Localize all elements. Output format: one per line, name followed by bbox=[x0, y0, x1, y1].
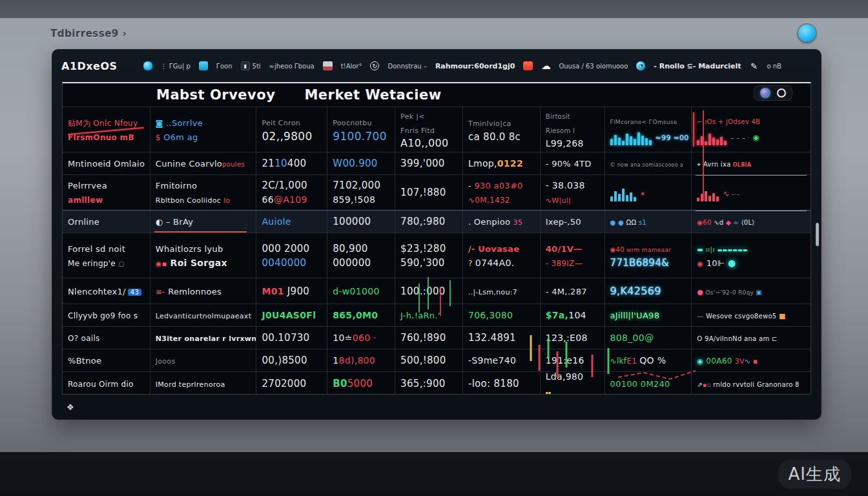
window-footer: ❖ bbox=[52, 395, 821, 419]
menu-item-3[interactable]: Гoon bbox=[216, 63, 232, 70]
menu-item-6[interactable] bbox=[323, 61, 333, 70]
cell-r2-c2: Cunine Coarvlopoules bbox=[150, 152, 256, 174]
cell-r8-c5: 760,!890 bbox=[395, 327, 462, 349]
window-footer-icon[interactable]: ❖ bbox=[67, 402, 74, 412]
cell-r6-c5: 100.:000 bbox=[395, 278, 462, 304]
menu-item-label: Гoon bbox=[216, 63, 232, 70]
cell-r6-c1[interactable]: Nlencohtex1/43 bbox=[63, 278, 150, 304]
watermark-badge: AI生成 bbox=[778, 460, 851, 489]
menu-item-1[interactable]: ⋮ ГGu| p bbox=[161, 63, 191, 70]
menu-item-label: Ouusa / 63 oiomuooo bbox=[559, 63, 628, 70]
cell-r6-c3: M01 J900 bbox=[256, 278, 327, 304]
table-title-2: Merket Wetaciew bbox=[304, 87, 441, 103]
cell-r9-c3: 00,)8500 bbox=[256, 349, 327, 371]
table-controls bbox=[754, 85, 792, 101]
cell-r10-c7: Lda,980▪▪ bbox=[540, 372, 604, 395]
table-row-2: Mntinoeid OmlaioCunine Coarvlopoules2110… bbox=[63, 152, 811, 174]
cell-r5-c7: 40/1V—- 389IZ— bbox=[540, 233, 604, 278]
menu-item-5[interactable]: ≈jheoo Гboua bbox=[269, 63, 315, 70]
cell-r8-c2: N3iter onarelar r lvrxwnsd bbox=[150, 327, 256, 349]
cell-r9-c2: Jooos bbox=[150, 349, 256, 371]
cell-r9-c6: -S9me740 bbox=[462, 349, 540, 371]
mini-bar-chart bbox=[610, 127, 652, 145]
cell-r10-c2: IMord teprlrenoroa bbox=[150, 372, 256, 395]
status-dot-icon[interactable] bbox=[798, 25, 816, 42]
cell-r7-c3: J0U4AS0Fl bbox=[256, 304, 327, 326]
cell-r6-c6: ..|-Lsm,nou:7 bbox=[462, 278, 540, 304]
cell-r9-c4: 18d),800 bbox=[327, 349, 395, 371]
cell-r1-c8: FlMcorane< ГOmsuse≈99 ≈00 bbox=[604, 107, 692, 152]
cell-r5-c6: /- Uovasae? 0744A0. bbox=[462, 233, 540, 278]
cell-r6-c7: - 4M,.287 bbox=[540, 278, 604, 304]
table-row-6: Nlencohtex1/43≡- RemlonnoesM01 J900d-w01… bbox=[63, 278, 811, 304]
menu-item-7[interactable]: t!Alor° bbox=[341, 63, 362, 70]
menu-item-16[interactable]: ✎ bbox=[749, 61, 758, 70]
cell-r2-c5: 399,'000 bbox=[395, 152, 462, 174]
record-circle-icon[interactable] bbox=[777, 88, 786, 98]
menu-item-10[interactable]: Rahmour:60ord1gj0 bbox=[435, 62, 515, 70]
table-row-5: Forrel sd noitMe eringp'e ▢Whaitlozrs ly… bbox=[63, 232, 811, 278]
table-titles: Mabst OrvevoyMerket Wetaciew bbox=[63, 83, 811, 107]
cell-r5-c2: Whaitlozrs lyub◉▪ Roi Sorgax bbox=[150, 233, 256, 278]
cell-r1-c7: BirtositRiesom lL99,268 bbox=[540, 107, 604, 152]
cell-r9-c1[interactable]: %Btnoe bbox=[63, 349, 150, 371]
cell-r7-c6: 706,3080 bbox=[462, 304, 540, 326]
menu-item-8[interactable]: ↻ bbox=[370, 61, 379, 70]
cell-r3-c1[interactable]: Pelrrrveaamlllew bbox=[63, 175, 150, 210]
menu-item-label: 5ti bbox=[253, 63, 261, 70]
cell-r2-c7: - 90% 4TD bbox=[540, 152, 604, 174]
cell-r2-c9: ⌖ Avrn ixa OLBIA bbox=[691, 152, 811, 174]
page-title: Tdbirresse9 › bbox=[50, 28, 127, 39]
cell-r3-c7: - 38.038∿W|ul| bbox=[540, 175, 604, 210]
circle-cyan-icon bbox=[143, 61, 152, 70]
cell-r8-c1[interactable]: O? oails bbox=[63, 327, 150, 349]
cell-r4-c4: 100000 bbox=[327, 211, 395, 232]
globe-cyan-icon: ◔ bbox=[636, 61, 645, 70]
cell-r8-c7: 123,:E08 bbox=[540, 327, 604, 349]
cell-r1-c3: Peit Cnron02,,9800 bbox=[256, 107, 327, 152]
menu-item-15[interactable]: - Rnollo ⊆- Madurcielt bbox=[654, 62, 741, 70]
cell-r10-c8: 00100 0M240 bbox=[604, 372, 692, 395]
cell-r7-c5: J-h,!aRn.' bbox=[395, 304, 462, 326]
table-row-8: O? oailsN3iter onarelar r lvrxwnsd00.107… bbox=[63, 326, 811, 349]
cell-r7-c2: Ledvanticurtnolmupaeaxt bbox=[150, 304, 256, 326]
cell-r4-c6: . Oenpioo 35 bbox=[462, 211, 540, 232]
cell-r4-c8: ● ● ΩΩ s1 bbox=[604, 211, 692, 232]
cell-r6-c2: ≡- Remlonnoes bbox=[150, 278, 256, 304]
menu-item-label: Rahmour:60ord1gj0 bbox=[435, 62, 515, 70]
app-logo: A1DxeOS bbox=[61, 60, 118, 72]
mini-bar-chart bbox=[697, 183, 719, 202]
menu-item-2[interactable] bbox=[199, 61, 208, 70]
cell-r4-c1[interactable]: Ornline bbox=[63, 211, 150, 232]
cell-r7-c7: $7a,104 bbox=[540, 304, 604, 326]
menu-item-11[interactable] bbox=[523, 61, 533, 70]
cell-r10-c1[interactable]: Roarou Oirm dio bbox=[63, 372, 150, 395]
menu-item-label: Donnstrau – bbox=[388, 63, 426, 70]
menu-item-12[interactable]: ☁ bbox=[541, 61, 550, 70]
menu-item-17[interactable]: o nB bbox=[767, 63, 781, 70]
box-red-gray-icon bbox=[323, 61, 333, 70]
cell-r2-c1[interactable]: Mntinoeid Omlaio bbox=[63, 152, 150, 174]
globe-icon[interactable] bbox=[760, 88, 770, 98]
cell-r2-c3: 2110400 bbox=[256, 152, 327, 174]
menu-item-4[interactable]: ▮5ti bbox=[241, 61, 261, 70]
menu-item-13[interactable]: Ouusa / 63 oiomuooo bbox=[559, 63, 628, 70]
menu-bar: ⋮ ГGu| pГoon▮5ti≈jheoo Гbouat!Alor°↻Donn… bbox=[143, 61, 812, 70]
menu-item-label: o nB bbox=[767, 63, 781, 70]
cell-r5-c4: 80,900000000 bbox=[327, 233, 395, 278]
cell-r2-c6: Lmop,0122 bbox=[462, 152, 540, 174]
cell-r7-c1[interactable]: Cllyyvb go9 foo s bbox=[63, 304, 150, 326]
menu-item-9[interactable]: Donnstrau – bbox=[388, 63, 426, 70]
menu-item-0[interactable] bbox=[143, 61, 152, 70]
mini-bar-chart bbox=[610, 183, 636, 202]
cell-r1-c1[interactable]: 贴M为 Onlc NfouyFlrsmOnuo mB bbox=[63, 107, 150, 152]
menu-item-14[interactable]: ◔ bbox=[636, 61, 645, 70]
cell-r8-c6: 132.4891 bbox=[462, 327, 540, 349]
mini-bar-chart bbox=[697, 127, 727, 145]
table-row-10: Roarou Oirm dioIMord teprlrenoroa2702000… bbox=[63, 371, 811, 395]
cell-r4-c9: ◉60 ∿d ◆ ≈ ⟨0L⟩ bbox=[691, 211, 811, 232]
cell-r5-c1[interactable]: Forrel sd noitMe eringp'e ▢ bbox=[63, 233, 150, 278]
cell-r7-c4: 865,0M0 bbox=[327, 304, 395, 326]
menu-item-label: - Rnollo ⊆- Madurcielt bbox=[654, 62, 741, 70]
scrollbar-thumb[interactable] bbox=[816, 223, 819, 246]
